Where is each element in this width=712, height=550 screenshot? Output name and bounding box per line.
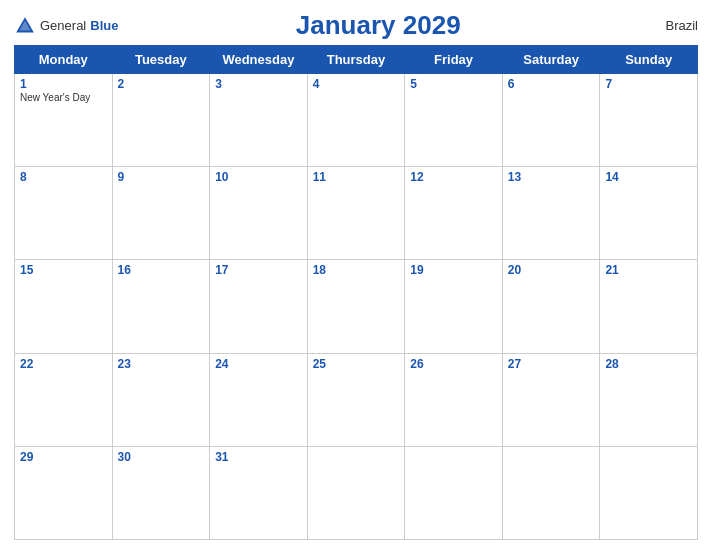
calendar-cell: 22 bbox=[15, 353, 113, 446]
day-number: 9 bbox=[118, 170, 205, 184]
calendar-cell: 27 bbox=[502, 353, 600, 446]
calendar-cell: 14 bbox=[600, 167, 698, 260]
logo-text-blue: Blue bbox=[90, 18, 118, 33]
day-number: 6 bbox=[508, 77, 595, 91]
day-number: 21 bbox=[605, 263, 692, 277]
country-label: Brazil bbox=[638, 18, 698, 33]
day-number: 31 bbox=[215, 450, 302, 464]
calendar-cell: 31 bbox=[210, 446, 308, 539]
top-bar: General Blue January 2029 Brazil bbox=[14, 10, 698, 41]
calendar-cell: 11 bbox=[307, 167, 405, 260]
day-header-sunday: Sunday bbox=[600, 46, 698, 74]
day-header-wednesday: Wednesday bbox=[210, 46, 308, 74]
calendar-cell: 4 bbox=[307, 74, 405, 167]
calendar-cell: 20 bbox=[502, 260, 600, 353]
day-number: 14 bbox=[605, 170, 692, 184]
calendar-cell bbox=[307, 446, 405, 539]
day-header-saturday: Saturday bbox=[502, 46, 600, 74]
calendar-cell: 25 bbox=[307, 353, 405, 446]
calendar-cell: 1New Year's Day bbox=[15, 74, 113, 167]
day-number: 12 bbox=[410, 170, 497, 184]
week-row-3: 15161718192021 bbox=[15, 260, 698, 353]
day-number: 4 bbox=[313, 77, 400, 91]
calendar-cell: 23 bbox=[112, 353, 210, 446]
calendar-cell: 2 bbox=[112, 74, 210, 167]
calendar-cell bbox=[600, 446, 698, 539]
day-number: 7 bbox=[605, 77, 692, 91]
logo-text-general: General bbox=[40, 18, 86, 33]
calendar-title: January 2029 bbox=[118, 10, 638, 41]
day-number: 13 bbox=[508, 170, 595, 184]
calendar-cell bbox=[405, 446, 503, 539]
week-row-5: 293031 bbox=[15, 446, 698, 539]
calendar-table: MondayTuesdayWednesdayThursdayFridaySatu… bbox=[14, 45, 698, 540]
day-number: 24 bbox=[215, 357, 302, 371]
calendar-cell: 3 bbox=[210, 74, 308, 167]
calendar-cell bbox=[502, 446, 600, 539]
day-header-friday: Friday bbox=[405, 46, 503, 74]
holiday-label: New Year's Day bbox=[20, 92, 107, 103]
day-number: 28 bbox=[605, 357, 692, 371]
calendar-cell: 10 bbox=[210, 167, 308, 260]
day-number: 19 bbox=[410, 263, 497, 277]
day-number: 11 bbox=[313, 170, 400, 184]
day-number: 8 bbox=[20, 170, 107, 184]
calendar-cell: 5 bbox=[405, 74, 503, 167]
day-number: 17 bbox=[215, 263, 302, 277]
day-number: 5 bbox=[410, 77, 497, 91]
day-number: 20 bbox=[508, 263, 595, 277]
day-number: 2 bbox=[118, 77, 205, 91]
calendar-cell: 6 bbox=[502, 74, 600, 167]
calendar-cell: 29 bbox=[15, 446, 113, 539]
day-header-tuesday: Tuesday bbox=[112, 46, 210, 74]
day-number: 26 bbox=[410, 357, 497, 371]
week-row-4: 22232425262728 bbox=[15, 353, 698, 446]
calendar-cell: 30 bbox=[112, 446, 210, 539]
day-number: 10 bbox=[215, 170, 302, 184]
calendar-cell: 16 bbox=[112, 260, 210, 353]
day-number: 27 bbox=[508, 357, 595, 371]
calendar-cell: 28 bbox=[600, 353, 698, 446]
day-number: 30 bbox=[118, 450, 205, 464]
calendar-cell: 19 bbox=[405, 260, 503, 353]
calendar-cell: 26 bbox=[405, 353, 503, 446]
day-header-thursday: Thursday bbox=[307, 46, 405, 74]
day-number: 16 bbox=[118, 263, 205, 277]
calendar-cell: 7 bbox=[600, 74, 698, 167]
calendar-cell: 15 bbox=[15, 260, 113, 353]
logo-icon bbox=[14, 15, 36, 37]
day-number: 3 bbox=[215, 77, 302, 91]
day-header-monday: Monday bbox=[15, 46, 113, 74]
day-number: 29 bbox=[20, 450, 107, 464]
calendar-cell: 13 bbox=[502, 167, 600, 260]
week-row-1: 1New Year's Day234567 bbox=[15, 74, 698, 167]
day-number: 23 bbox=[118, 357, 205, 371]
calendar-cell: 9 bbox=[112, 167, 210, 260]
calendar-cell: 24 bbox=[210, 353, 308, 446]
calendar-cell: 18 bbox=[307, 260, 405, 353]
day-number: 25 bbox=[313, 357, 400, 371]
calendar-cell: 21 bbox=[600, 260, 698, 353]
day-number: 18 bbox=[313, 263, 400, 277]
day-number: 22 bbox=[20, 357, 107, 371]
calendar-cell: 8 bbox=[15, 167, 113, 260]
calendar-cell: 17 bbox=[210, 260, 308, 353]
header-row: MondayTuesdayWednesdayThursdayFridaySatu… bbox=[15, 46, 698, 74]
week-row-2: 891011121314 bbox=[15, 167, 698, 260]
calendar-cell: 12 bbox=[405, 167, 503, 260]
day-number: 1 bbox=[20, 77, 107, 91]
day-number: 15 bbox=[20, 263, 107, 277]
logo: General Blue bbox=[14, 15, 118, 37]
